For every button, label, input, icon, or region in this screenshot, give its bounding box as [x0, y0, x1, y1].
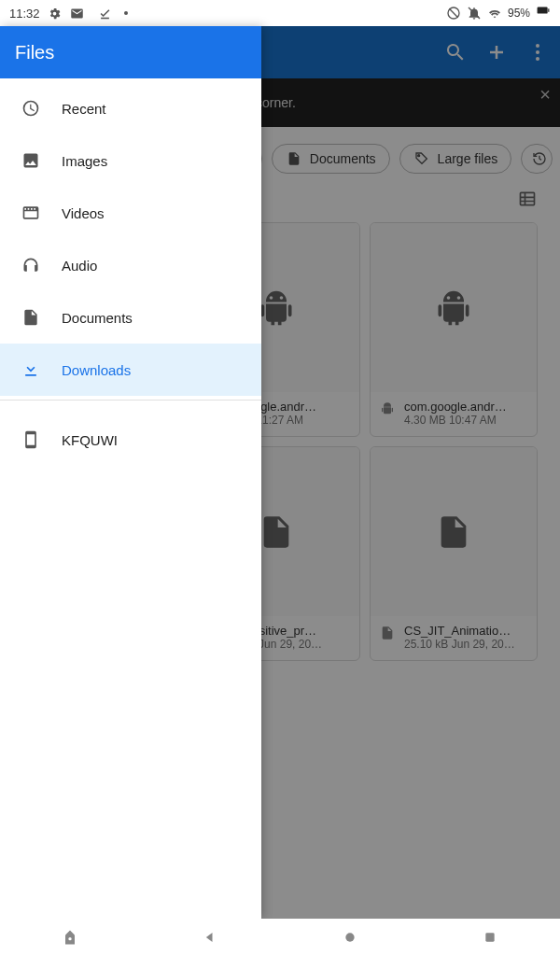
videos-icon	[21, 203, 41, 223]
sidebar-item-label: KFQUWI	[62, 432, 118, 448]
system-navbar	[0, 919, 560, 956]
device-icon	[21, 429, 41, 450]
status-bar: 11:32 95%	[0, 0, 560, 26]
battery-icon	[536, 6, 551, 21]
svg-rect-2	[548, 8, 549, 12]
svg-point-8	[68, 937, 71, 940]
download-icon	[21, 359, 41, 380]
navigation-drawer: Files Recent Images Videos Audio	[0, 26, 261, 919]
sidebar-item-label: Documents	[62, 310, 133, 326]
sidebar-item-audio[interactable]: Audio	[0, 239, 261, 291]
sidebar-item-documents[interactable]: Documents	[0, 291, 261, 344]
sidebar-item-label: Downloads	[62, 362, 131, 378]
wifi-icon	[487, 6, 502, 21]
svg-rect-1	[538, 7, 548, 14]
divider	[0, 400, 261, 401]
recent-icon	[21, 98, 41, 119]
images-icon	[21, 150, 41, 171]
status-dot-icon	[124, 11, 128, 15]
sidebar-item-downloads[interactable]: Downloads	[0, 344, 261, 396]
document-icon	[21, 307, 41, 328]
bell-off-icon	[467, 6, 482, 21]
svg-point-9	[345, 933, 354, 941]
check-underline-icon	[98, 6, 113, 21]
do-not-disturb-icon	[446, 6, 461, 21]
nav-home-icon[interactable]	[340, 927, 360, 948]
sidebar-item-images[interactable]: Images	[0, 134, 261, 187]
mail-icon	[70, 6, 85, 21]
svg-rect-10	[485, 933, 494, 941]
sidebar-item-label: Recent	[62, 101, 106, 117]
sidebar-item-label: Videos	[62, 205, 105, 221]
status-time: 11:32	[9, 7, 40, 21]
sidebar-item-videos[interactable]: Videos	[0, 187, 261, 239]
nav-handle-icon[interactable]	[60, 927, 80, 948]
nav-recent-icon[interactable]	[480, 927, 500, 948]
sidebar-item-recent[interactable]: Recent	[0, 82, 261, 134]
nav-back-icon[interactable]	[200, 927, 220, 948]
drawer-title: Files	[0, 26, 261, 78]
gear-icon	[48, 6, 63, 21]
sidebar-item-storage[interactable]: KFQUWI	[0, 414, 261, 466]
audio-icon	[21, 255, 41, 275]
sidebar-item-label: Images	[62, 153, 107, 169]
sidebar-item-label: Audio	[62, 258, 97, 274]
battery-percent: 95%	[508, 7, 530, 20]
